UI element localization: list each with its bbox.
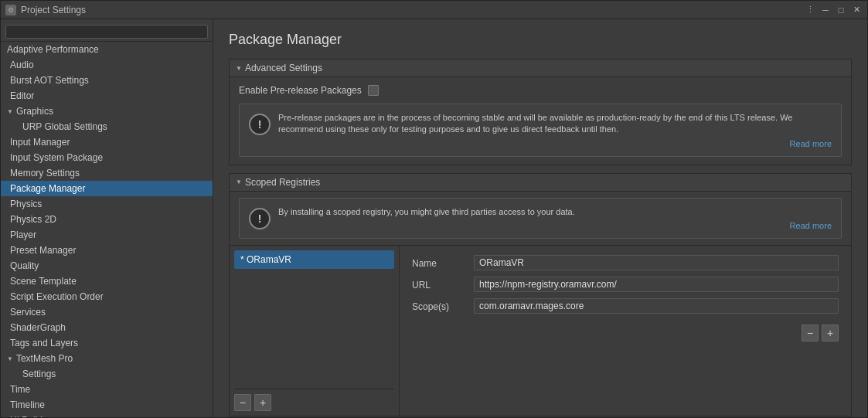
window-title: Project Settings	[21, 5, 804, 15]
scoped-main-area: * ORamaVR − + Name	[230, 246, 851, 416]
sidebar-item-ui-builder[interactable]: UI Builder	[1, 413, 213, 417]
triangle-icon: ▼	[7, 108, 13, 115]
sidebar-item-script-execution-order[interactable]: Script Execution Order	[1, 289, 213, 304]
maximize-button[interactable]: □	[835, 4, 847, 16]
scoped-registries-container: ! By installing a scoped registry, you m…	[229, 192, 852, 416]
pre-release-warning-box: ! Pre-release packages are in the proces…	[239, 104, 842, 157]
scope-minus-button[interactable]: −	[802, 325, 819, 342]
more-options-button[interactable]: ⋮	[804, 4, 816, 16]
sidebar-item-label: Package Manager	[10, 183, 85, 194]
advanced-settings-body: Enable Pre-release Packages ! Pre-releas…	[229, 77, 852, 165]
sidebar-item-services[interactable]: Services	[1, 304, 213, 320]
scopes-input[interactable]	[474, 298, 839, 314]
sidebar-item-urp-global-settings[interactable]: URP Global Settings	[1, 119, 213, 134]
sidebar-item-label: Input System Package	[10, 152, 103, 163]
warning-icon: !	[249, 114, 271, 135]
sidebar-item-editor[interactable]: Editor	[1, 88, 213, 104]
sidebar-item-time[interactable]: Time	[1, 382, 213, 397]
registry-list-item[interactable]: * ORamaVR	[234, 250, 394, 269]
sidebar-item-label: Input Manager	[10, 137, 70, 148]
sidebar-item-label: Graphics	[16, 106, 53, 117]
sidebar-item-preset-manager[interactable]: Preset Manager	[1, 243, 213, 258]
scope-buttons-row: − +	[412, 325, 839, 342]
name-input[interactable]	[474, 255, 839, 270]
project-settings-window: ⚙ Project Settings ⋮ ─ □ ✕ Adaptive Perf…	[0, 0, 868, 418]
sidebar-item-label: ShaderGraph	[10, 322, 66, 333]
scopes-field-row: Scope(s)	[412, 298, 839, 314]
sidebar-item-label: Physics 2D	[10, 214, 56, 225]
pre-release-read-more[interactable]: Read more	[278, 139, 832, 148]
sidebar: Adaptive Performance Audio Burst AOT Set…	[1, 19, 213, 417]
sidebar-item-scene-template[interactable]: Scene Template	[1, 274, 213, 289]
url-input[interactable]	[474, 277, 839, 292]
main-content: Adaptive Performance Audio Burst AOT Set…	[1, 19, 867, 417]
window-icon: ⚙	[5, 5, 16, 15]
scoped-warning-box: ! By installing a scoped registry, you m…	[239, 198, 842, 239]
url-field-row: URL	[412, 277, 839, 292]
sidebar-item-label: Adaptive Performance	[7, 44, 99, 55]
sidebar-item-graphics[interactable]: ▼ Graphics	[1, 104, 213, 119]
registry-plus-button[interactable]: +	[254, 394, 271, 411]
sidebar-item-label: Preset Manager	[10, 245, 76, 256]
sidebar-item-label: Burst AOT Settings	[10, 75, 89, 86]
search-container	[1, 22, 213, 42]
sidebar-item-package-manager[interactable]: Package Manager	[1, 181, 213, 196]
sidebar-item-adaptive-performance[interactable]: Adaptive Performance	[1, 42, 213, 57]
window-controls: ⋮ ─ □ ✕	[804, 4, 863, 16]
sidebar-item-textmesh-settings[interactable]: Settings	[1, 366, 213, 382]
registry-minus-button[interactable]: −	[234, 394, 251, 411]
sidebar-item-label: Script Execution Order	[10, 291, 104, 302]
sidebar-item-label: Timeline	[10, 399, 45, 410]
triangle-icon: ▼	[7, 355, 13, 362]
sidebar-item-label: Quality	[10, 260, 39, 271]
sidebar-item-tags-and-layers[interactable]: Tags and Layers	[1, 335, 213, 351]
sidebar-item-input-manager[interactable]: Input Manager	[1, 134, 213, 150]
name-field-row: Name	[412, 255, 839, 270]
sidebar-item-label: Editor	[10, 90, 34, 101]
pre-release-checkbox[interactable]	[368, 85, 379, 96]
sidebar-item-audio[interactable]: Audio	[1, 57, 213, 73]
registry-detail-panel: Name URL Scope(s)	[400, 246, 851, 416]
pre-release-row: Enable Pre-release Packages	[239, 85, 842, 96]
sidebar-item-label: Memory Settings	[10, 168, 80, 178]
sidebar-item-label: Tags and Layers	[10, 338, 78, 348]
url-label: URL	[412, 277, 474, 291]
close-button[interactable]: ✕	[850, 4, 863, 16]
scoped-warning-text: By installing a scoped registry, you mig…	[278, 207, 575, 216]
advanced-settings-label: Advanced Settings	[245, 63, 322, 73]
scoped-registries-label: Scoped Registries	[245, 177, 320, 188]
scoped-read-more[interactable]: Read more	[278, 221, 832, 230]
sidebar-item-label: Player	[10, 229, 36, 240]
collapse-icon: ▼	[236, 178, 242, 185]
sidebar-item-shader-graph[interactable]: ShaderGraph	[1, 320, 213, 335]
sidebar-item-label: Settings	[22, 369, 56, 379]
sidebar-item-physics[interactable]: Physics	[1, 196, 213, 212]
right-panel: Package Manager ▼ Advanced Settings Enab…	[213, 19, 867, 417]
sidebar-item-label: Time	[10, 384, 30, 395]
sidebar-item-label: Audio	[10, 59, 34, 70]
sidebar-item-label: URP Global Settings	[22, 121, 107, 132]
sidebar-item-input-system-package[interactable]: Input System Package	[1, 150, 213, 165]
advanced-settings-header[interactable]: ▼ Advanced Settings	[229, 59, 852, 77]
sidebar-item-label: Scene Template	[10, 276, 77, 287]
scopes-label: Scope(s)	[412, 298, 474, 312]
scoped-warning-area: ! By installing a scoped registry, you m…	[230, 192, 851, 246]
sidebar-item-timeline[interactable]: Timeline	[1, 397, 213, 413]
scoped-registries-header[interactable]: ▼ Scoped Registries	[229, 173, 852, 192]
page-title: Package Manager	[229, 32, 852, 48]
sidebar-item-label: Physics	[10, 199, 42, 209]
registry-list-bottom: − +	[234, 389, 394, 411]
search-input[interactable]	[5, 25, 208, 39]
minimize-button[interactable]: ─	[819, 4, 832, 16]
scope-plus-button[interactable]: +	[822, 325, 839, 342]
collapse-icon: ▼	[236, 65, 242, 72]
sidebar-item-burst-aot-settings[interactable]: Burst AOT Settings	[1, 73, 213, 88]
sidebar-item-memory-settings[interactable]: Memory Settings	[1, 165, 213, 181]
sidebar-item-textmesh-pro[interactable]: ▼ TextMesh Pro	[1, 351, 213, 366]
sidebar-item-physics-2d[interactable]: Physics 2D	[1, 212, 213, 227]
advanced-settings-section: ▼ Advanced Settings Enable Pre-release P…	[229, 59, 852, 165]
sidebar-item-player[interactable]: Player	[1, 227, 213, 243]
title-bar: ⚙ Project Settings ⋮ ─ □ ✕	[1, 1, 867, 19]
warning-icon: !	[249, 208, 271, 229]
sidebar-item-quality[interactable]: Quality	[1, 258, 213, 274]
